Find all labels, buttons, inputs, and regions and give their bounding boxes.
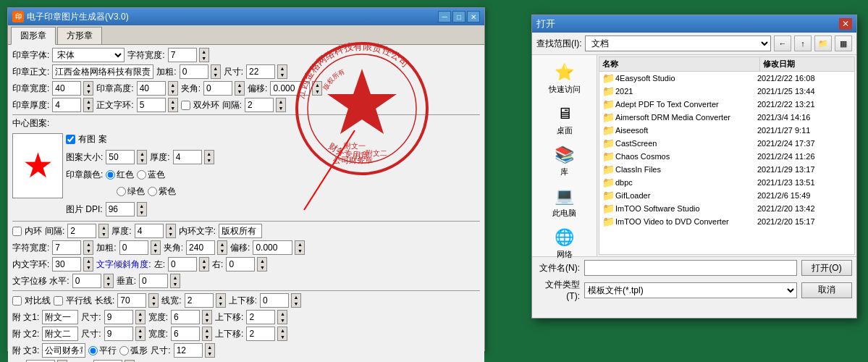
color-purple-radio[interactable]	[148, 187, 157, 196]
italic-left-spinner[interactable]: ▲ ▼	[199, 257, 209, 272]
italic-left-up[interactable]: ▲	[200, 258, 208, 264]
attach2-size-up[interactable]: ▲	[136, 327, 145, 334]
attach1-move-spinner[interactable]: ▲ ▼	[277, 310, 287, 324]
italic-left-input[interactable]	[168, 257, 197, 272]
thickness2-input[interactable]	[173, 150, 202, 164]
inner-spacing-up[interactable]: ▲	[99, 224, 108, 231]
double-ring-checkbox[interactable]	[181, 101, 190, 110]
char-offset-h-up[interactable]: ▲	[104, 274, 113, 281]
inner-thickness-input[interactable]	[135, 224, 164, 238]
attach1-move-down[interactable]: ▼	[278, 317, 287, 324]
font-select[interactable]: 宋体	[52, 48, 125, 62]
attach1-width-down[interactable]: ▼	[203, 317, 211, 324]
attach3-arc-option[interactable]: 弧形	[119, 345, 148, 357]
char-width-down[interactable]: ▼	[200, 55, 208, 62]
attach2-input[interactable]	[42, 327, 78, 341]
angle-input[interactable]	[186, 240, 215, 255]
attach3-size-spinner[interactable]: ▲ ▼	[205, 343, 215, 358]
width-up[interactable]: ▲	[84, 82, 93, 88]
attach2-width-up[interactable]: ▲	[203, 327, 211, 334]
thickness-input[interactable]	[52, 98, 81, 112]
offset2-down[interactable]: ▼	[295, 248, 304, 254]
image-size-down[interactable]: ▼	[138, 157, 146, 164]
attach2-width-spinner[interactable]: ▲ ▼	[202, 327, 212, 341]
attach2-size-spinner[interactable]: ▲ ▼	[135, 327, 146, 341]
spacing-spinner[interactable]: ▲ ▼	[276, 98, 286, 112]
nav-computer[interactable]: 💻 此电脑	[532, 182, 597, 223]
attach1-size-up[interactable]: ▲	[136, 311, 145, 317]
file-row[interactable]: 📁 Aimersoft DRM Media Converter 2021/3/4…	[599, 111, 854, 124]
tab-square[interactable]: 方形章	[57, 27, 102, 44]
line-move-down[interactable]: ▼	[292, 300, 300, 307]
up-btn[interactable]: ↑	[794, 35, 812, 51]
bold2-down[interactable]: ▼	[151, 248, 160, 254]
char-offset-v-spinner[interactable]: ▲ ▼	[170, 274, 180, 288]
char-offset-h-spinner[interactable]: ▲ ▼	[104, 274, 114, 288]
line-move-input[interactable]	[260, 293, 289, 308]
bold2-input[interactable]	[119, 240, 148, 255]
line-move-up[interactable]: ▲	[292, 294, 300, 300]
filename-input[interactable]	[584, 260, 797, 276]
char-width2-input[interactable]	[52, 240, 81, 255]
center-spinner[interactable]: ▲ ▼	[235, 81, 245, 96]
color-blue-option[interactable]: 蓝色	[137, 169, 165, 181]
char-width-spinner[interactable]: ▲ ▼	[199, 48, 209, 62]
bold-spinner[interactable]: ▲ ▼	[211, 64, 221, 79]
char-width-up[interactable]: ▲	[200, 49, 208, 55]
size-up[interactable]: ▲	[278, 65, 287, 72]
attach2-width-down[interactable]: ▼	[203, 334, 211, 340]
char-width2-spinner[interactable]: ▲ ▼	[83, 240, 93, 255]
thickness-up[interactable]: ▲	[84, 98, 93, 105]
attach3-size-down[interactable]: ▼	[206, 350, 214, 357]
height-input[interactable]	[137, 81, 166, 96]
width-input[interactable]	[52, 81, 81, 96]
color-red-option[interactable]: 红色	[106, 169, 134, 181]
file-row[interactable]: 📁 ClassIn Files 2021/1/29 13:17	[599, 163, 854, 176]
nav-network[interactable]: 🌐 网络	[532, 223, 597, 264]
file-row[interactable]: 📁 Aiseesoft 2021/1/27 9:11	[599, 124, 854, 137]
attach2-size-input[interactable]	[104, 327, 133, 341]
line-width-input[interactable]	[185, 293, 214, 308]
color-green-radio[interactable]	[117, 187, 126, 196]
dialog-close-btn[interactable]: ✕	[839, 18, 852, 30]
file-row[interactable]: 📁 Chaos Cosmos 2021/2/24 11:26	[599, 150, 854, 163]
attach1-width-input[interactable]	[171, 310, 200, 324]
inner-ring-checkbox[interactable]	[12, 227, 22, 236]
parallel-line-checkbox[interactable]	[54, 296, 63, 306]
image-size-spinner[interactable]: ▲ ▼	[137, 150, 147, 164]
dpi-down[interactable]: ▼	[138, 209, 146, 216]
char-offset-v-down[interactable]: ▼	[171, 281, 180, 287]
attach1-move-up[interactable]: ▲	[278, 311, 287, 317]
attach2-width-input[interactable]	[171, 327, 200, 341]
image-size-input[interactable]	[106, 150, 135, 164]
outer-ring-down[interactable]: ▼	[169, 105, 177, 111]
nav-library[interactable]: 📚 库	[532, 140, 597, 182]
compare-line-checkbox[interactable]	[12, 296, 22, 306]
color-purple-option[interactable]: 紫色	[148, 185, 176, 198]
bold-down[interactable]: ▼	[211, 72, 220, 78]
filetype-select[interactable]: 模板文件(*.tpl)	[584, 282, 797, 298]
color-blue-radio[interactable]	[137, 170, 146, 180]
angle-spinner[interactable]: ▲ ▼	[217, 240, 227, 255]
outer-ring-up[interactable]: ▲	[169, 98, 177, 105]
attach3-size-up[interactable]: ▲	[206, 344, 214, 350]
tab-round[interactable]: 圆形章	[11, 27, 56, 45]
font-ring-up[interactable]: ▲	[84, 258, 93, 264]
width-down[interactable]: ▼	[84, 88, 93, 95]
height-up[interactable]: ▲	[169, 82, 177, 88]
attach1-width-spinner[interactable]: ▲ ▼	[202, 310, 212, 324]
minimize-btn[interactable]: ─	[438, 11, 451, 22]
maximize-btn[interactable]: □	[452, 11, 465, 22]
height-down[interactable]: ▼	[169, 88, 177, 95]
char-offset-v-input[interactable]	[139, 274, 168, 288]
attach1-size-input[interactable]	[104, 310, 133, 324]
char-offset-v-up[interactable]: ▲	[171, 274, 180, 281]
char-offset-h-down[interactable]: ▼	[104, 281, 113, 287]
inner-spacing-spinner[interactable]: ▲ ▼	[98, 224, 109, 238]
inner-spacing-down[interactable]: ▼	[99, 231, 108, 237]
attach2-size-down[interactable]: ▼	[136, 334, 145, 340]
size-input[interactable]	[246, 64, 275, 79]
width-spinner[interactable]: ▲ ▼	[83, 81, 93, 96]
italic-right-up[interactable]: ▲	[258, 258, 266, 264]
spacing-down[interactable]: ▼	[277, 105, 285, 111]
